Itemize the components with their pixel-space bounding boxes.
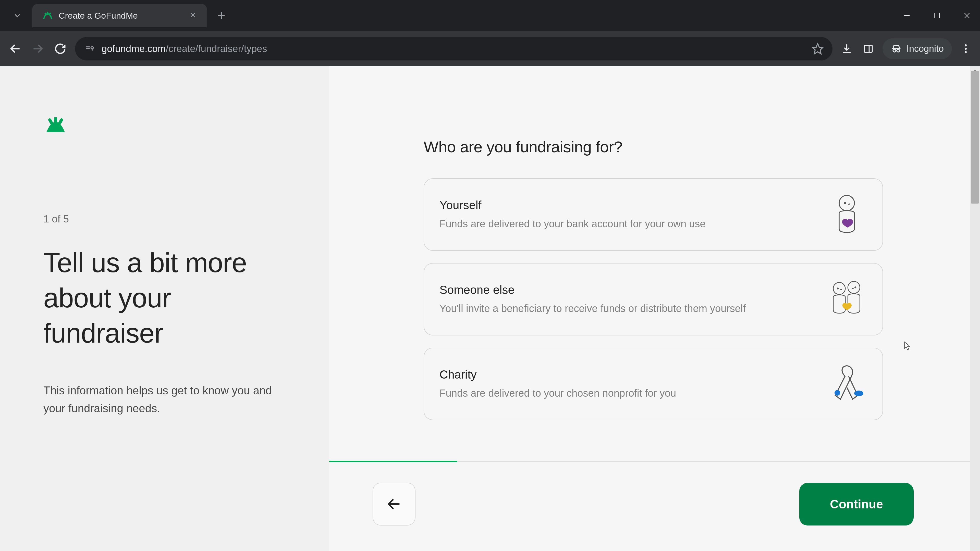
url-text: gofundme.com/create/fundraiser/types bbox=[102, 43, 805, 54]
svg-point-32 bbox=[839, 195, 854, 211]
address-bar: gofundme.com/create/fundraiser/types Inc… bbox=[0, 31, 980, 66]
downloads-icon[interactable] bbox=[840, 41, 854, 56]
tab-title: Create a GoFundMe bbox=[59, 11, 184, 21]
step-counter: 1 of 5 bbox=[43, 213, 286, 225]
bookmark-star-icon[interactable] bbox=[811, 42, 824, 56]
question-heading: Who are you fundraising for? bbox=[424, 138, 883, 156]
svg-point-33 bbox=[845, 203, 846, 204]
svg-line-2 bbox=[49, 13, 50, 15]
svg-marker-17 bbox=[813, 44, 823, 54]
svg-line-30 bbox=[50, 120, 52, 124]
svg-point-35 bbox=[837, 288, 838, 289]
close-window-button[interactable] bbox=[959, 8, 974, 23]
svg-point-34 bbox=[833, 283, 845, 294]
someone-else-icon bbox=[826, 279, 867, 320]
option-desc: Funds are delivered to your bank account… bbox=[439, 217, 814, 231]
progress-bar bbox=[329, 461, 970, 462]
footer-controls: Continue bbox=[372, 483, 914, 526]
tabs-dropdown-button[interactable] bbox=[5, 3, 30, 28]
continue-button[interactable]: Continue bbox=[799, 483, 914, 526]
page-subhead: This information helps us get to know yo… bbox=[43, 382, 286, 418]
svg-point-15 bbox=[91, 47, 93, 49]
yourself-icon bbox=[826, 194, 867, 235]
page-headline: Tell us a bit more about your fundraiser bbox=[43, 245, 286, 351]
svg-point-27 bbox=[965, 48, 967, 50]
svg-rect-20 bbox=[864, 45, 872, 52]
browser-menu-icon[interactable] bbox=[959, 44, 972, 54]
option-title: Yourself bbox=[439, 198, 814, 212]
forward-button[interactable] bbox=[30, 41, 45, 56]
svg-point-39 bbox=[855, 391, 863, 395]
svg-point-38 bbox=[835, 391, 840, 395]
svg-line-1 bbox=[45, 13, 46, 15]
back-step-button[interactable] bbox=[372, 483, 415, 526]
back-button[interactable] bbox=[8, 41, 23, 56]
gofundme-favicon-icon bbox=[42, 10, 53, 21]
browser-chrome: Create a GoFundMe bbox=[0, 0, 980, 66]
side-panel-icon[interactable] bbox=[861, 41, 875, 56]
browser-tab[interactable]: Create a GoFundMe bbox=[32, 4, 207, 27]
charity-ribbon-icon bbox=[826, 364, 867, 404]
page-content: 1 of 5 Tell us a bit more about your fun… bbox=[0, 66, 970, 551]
progress-fill bbox=[329, 461, 457, 462]
window-controls bbox=[899, 8, 974, 23]
svg-point-26 bbox=[965, 44, 967, 46]
option-desc: Funds are delivered to your chosen nonpr… bbox=[439, 386, 814, 400]
svg-point-28 bbox=[965, 51, 967, 53]
url-bar[interactable]: gofundme.com/create/fundraiser/types bbox=[75, 37, 832, 60]
main-panel: Who are you fundraising for? Yourself Fu… bbox=[329, 66, 970, 551]
tab-bar: Create a GoFundMe bbox=[0, 0, 980, 31]
svg-point-24 bbox=[897, 49, 900, 52]
option-title: Someone else bbox=[439, 283, 814, 297]
svg-point-23 bbox=[893, 49, 896, 52]
scrollbar-thumb[interactable] bbox=[971, 71, 979, 203]
maximize-button[interactable] bbox=[929, 8, 944, 23]
option-someone-else[interactable]: Someone else You'll invite a beneficiary… bbox=[424, 263, 883, 335]
svg-line-31 bbox=[59, 120, 62, 124]
sidebar: 1 of 5 Tell us a bit more about your fun… bbox=[0, 66, 329, 551]
option-desc: You'll invite a beneficiary to receive f… bbox=[439, 301, 814, 316]
incognito-label: Incognito bbox=[907, 43, 944, 54]
site-info-icon[interactable] bbox=[83, 43, 95, 55]
svg-point-36 bbox=[848, 281, 860, 293]
option-charity[interactable]: Charity Funds are delivered to your chos… bbox=[424, 348, 883, 420]
svg-rect-8 bbox=[934, 13, 939, 18]
incognito-badge[interactable]: Incognito bbox=[883, 38, 952, 59]
reload-button[interactable] bbox=[52, 41, 68, 56]
option-yourself[interactable]: Yourself Funds are delivered to your ban… bbox=[424, 178, 883, 251]
gofundme-logo-icon bbox=[43, 118, 68, 142]
tab-close-button[interactable] bbox=[189, 11, 197, 21]
new-tab-button[interactable] bbox=[211, 5, 231, 26]
minimize-button[interactable] bbox=[899, 8, 914, 23]
option-title: Charity bbox=[439, 368, 814, 381]
svg-point-37 bbox=[855, 287, 856, 288]
